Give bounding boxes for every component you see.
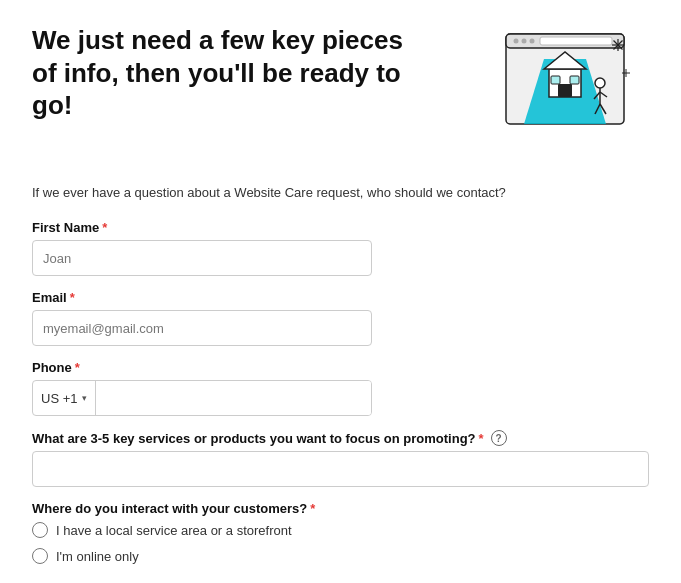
svg-point-3	[522, 39, 527, 44]
radio-online-label: I'm online only	[56, 549, 139, 564]
first-name-label: First Name *	[32, 220, 649, 235]
help-icon[interactable]: ?	[491, 430, 507, 446]
radio-local-label: I have a local service area or a storefr…	[56, 523, 292, 538]
phone-required: *	[75, 360, 80, 375]
first-name-required: *	[102, 220, 107, 235]
illustration	[494, 24, 649, 164]
key-services-input[interactable]	[32, 451, 649, 487]
phone-wrapper: US +1 ▾	[32, 380, 372, 416]
svg-point-2	[514, 39, 519, 44]
form-subtitle: If we ever have a question about a Websi…	[32, 184, 649, 202]
email-group: Email *	[32, 290, 649, 346]
phone-country-selector[interactable]: US +1 ▾	[33, 381, 96, 415]
page-headline: We just need a few key pieces of info, t…	[32, 24, 412, 122]
email-input[interactable]	[32, 310, 372, 346]
chevron-down-icon: ▾	[82, 393, 87, 403]
radio-option-online[interactable]: I'm online only	[32, 548, 649, 564]
first-name-input[interactable]	[32, 240, 372, 276]
svg-point-12	[595, 78, 605, 88]
key-services-group: What are 3-5 key services or products yo…	[32, 430, 649, 487]
svg-rect-11	[570, 76, 579, 84]
svg-rect-10	[551, 76, 560, 84]
header-section: We just need a few key pieces of info, t…	[32, 24, 649, 164]
radio-option-local[interactable]: I have a local service area or a storefr…	[32, 522, 649, 538]
radio-local[interactable]	[32, 522, 48, 538]
svg-point-4	[530, 39, 535, 44]
customer-interaction-required: *	[310, 501, 315, 516]
phone-number-input[interactable]	[96, 381, 372, 415]
svg-rect-5	[540, 37, 612, 45]
phone-label: Phone *	[32, 360, 649, 375]
customer-interaction-label: Where do you interact with your customer…	[32, 501, 649, 516]
email-label: Email *	[32, 290, 649, 305]
key-services-label: What are 3-5 key services or products yo…	[32, 430, 649, 446]
first-name-group: First Name *	[32, 220, 649, 276]
illustration-svg	[494, 24, 649, 164]
customer-interaction-options: I have a local service area or a storefr…	[32, 522, 649, 564]
radio-online[interactable]	[32, 548, 48, 564]
svg-rect-9	[558, 84, 572, 97]
customer-interaction-group: Where do you interact with your customer…	[32, 501, 649, 564]
key-services-required: *	[479, 431, 484, 446]
phone-country-code: US +1	[41, 391, 78, 406]
email-required: *	[70, 290, 75, 305]
page-wrapper: We just need a few key pieces of info, t…	[0, 0, 681, 583]
phone-group: Phone * US +1 ▾	[32, 360, 649, 416]
